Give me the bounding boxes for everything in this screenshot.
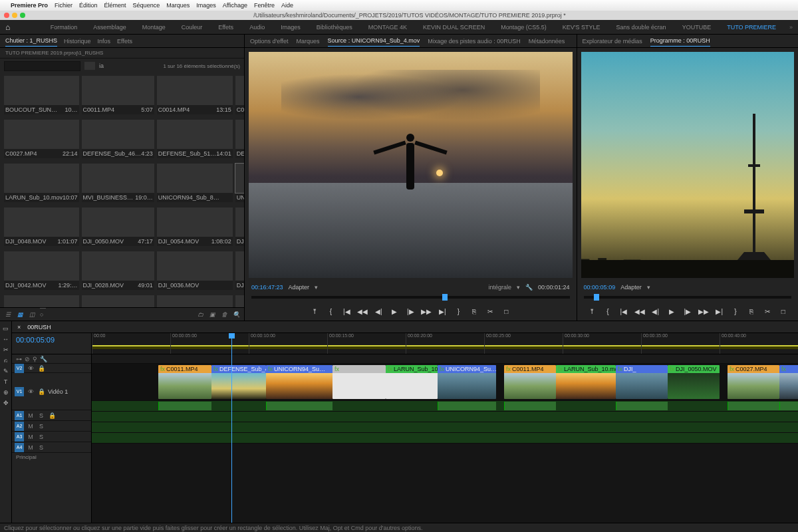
transport-button[interactable]: ◀◀ (635, 307, 644, 316)
transport-button[interactable]: ▶ (667, 307, 676, 316)
transport-button[interactable]: |▶ (406, 307, 415, 316)
mute-icon[interactable]: M (27, 422, 35, 430)
lane-a1[interactable] (92, 401, 798, 412)
timeline-audio-clip[interactable] (504, 402, 556, 410)
tool-button[interactable]: ✥ (3, 400, 9, 406)
timeline-canvas[interactable]: 00:0000:00:05:0000:00:10:0000:00:15:0000… (92, 333, 798, 523)
clip-thumbnail[interactable]: DJI_0125.MOV (82, 295, 154, 307)
clip-thumbnail[interactable]: C0021.MP438:12 (235, 76, 244, 117)
ws-item[interactable]: MONTAGE 4K (366, 23, 410, 32)
menu-markers[interactable]: Marques (166, 2, 190, 9)
timeline-audio-clip[interactable] (266, 402, 332, 410)
track-header-v2[interactable]: V2 👁 🔒 (12, 364, 91, 373)
track-target[interactable]: V2 (15, 364, 24, 373)
menu-file[interactable]: Fichier (55, 2, 72, 9)
link-icon[interactable]: ⊘ (25, 356, 30, 362)
tool-button[interactable]: ▭ (3, 325, 9, 332)
sequence-name[interactable]: 00RUSH (27, 324, 51, 331)
transport-button[interactable]: |▶ (683, 307, 692, 316)
ws-item[interactable]: Montage (140, 23, 168, 32)
transport-button[interactable]: ▶| (715, 307, 724, 316)
transport-button[interactable]: ⎘ (747, 307, 756, 316)
mute-icon[interactable]: M (27, 412, 35, 420)
clip-thumbnail[interactable]: LARUN_Sub_10.mov10:07 (4, 164, 79, 205)
ws-item[interactable]: KEV'S STYLE (560, 23, 603, 32)
chevron-down-icon[interactable]: ▾ (315, 284, 318, 291)
window-minimize-icon[interactable] (12, 13, 17, 18)
timeline-clip[interactable]: fxLARUN_Sub_10.mov (556, 365, 616, 399)
transport-button[interactable]: □ (779, 307, 788, 316)
timeline-clip[interactable]: fxUNICORN94_Su… (438, 365, 496, 399)
clip-thumbnail[interactable]: UNICORN94_Sub_4… (235, 164, 244, 205)
tab-source[interactable]: Source : UNICORN94_Sub_4.mov (328, 35, 420, 47)
clip-thumbnail[interactable]: C0027.MP422:14 (4, 120, 79, 161)
timeline-audio-clip[interactable] (158, 402, 211, 410)
clip-thumbnail[interactable]: DEFENSE_Sub_51…14:01 (157, 120, 233, 161)
clip-thumbnail[interactable]: UNICORN94_Sub_8… (157, 164, 233, 205)
ws-item[interactable]: Bibliothèques (314, 23, 355, 32)
track-target[interactable]: A1 (15, 411, 24, 420)
transport-button[interactable]: ◀| (651, 307, 660, 316)
transport-button[interactable]: □ (501, 307, 511, 316)
clip-thumbnail[interactable]: DJI_0042.MOV1:29:… (4, 251, 79, 293)
transport-button[interactable]: ◀| (374, 307, 383, 316)
transport-button[interactable]: ▶▶ (422, 307, 431, 316)
snap-icon[interactable]: ⊶ (16, 356, 22, 362)
window-maximize-icon[interactable] (20, 13, 25, 18)
home-icon[interactable]: ⌂ (5, 23, 10, 32)
mute-icon[interactable]: M (27, 433, 35, 441)
track-header-a2[interactable]: A2 M S (12, 421, 91, 432)
transport-button[interactable]: ✂ (485, 307, 495, 316)
ws-item[interactable]: Sans double écran (614, 23, 669, 32)
timeline-clip[interactable]: fx (779, 365, 798, 399)
window-close-icon[interactable] (4, 13, 9, 18)
tool-button[interactable]: ✎ (3, 368, 9, 374)
app-name[interactable]: Premiere Pro (11, 2, 48, 9)
tool-button[interactable]: ✂ (3, 346, 9, 353)
menu-help[interactable]: Aide (281, 2, 293, 9)
wrench-icon[interactable]: 🔧 (525, 284, 533, 291)
lane-a4[interactable] (92, 433, 798, 444)
ws-item-active[interactable]: TUTO PREMIERE (724, 23, 779, 32)
search-input[interactable] (4, 61, 80, 71)
timeline-clip[interactable]: fxC0027.MP4 (728, 365, 779, 399)
list-view-icon[interactable]: ☰ (4, 311, 12, 319)
clip-thumbnail[interactable]: DJI_0048.MOV1:01:07 (4, 207, 79, 249)
lane-a3[interactable] (92, 422, 798, 433)
menu-sequence[interactable]: Séquence (133, 2, 160, 9)
mute-icon[interactable]: M (27, 444, 35, 452)
program-fit[interactable]: Adapter (620, 284, 642, 291)
transport-button[interactable]: { (326, 307, 335, 316)
ws-item[interactable]: Images (278, 23, 303, 32)
lock-icon[interactable]: 🔒 (37, 388, 45, 396)
clip-thumbnail[interactable]: DJI_0044.MOV (235, 251, 244, 293)
transport-button[interactable]: ⤒ (310, 307, 319, 316)
transport-button[interactable]: ⎘ (469, 307, 479, 316)
menu-clip[interactable]: Élément (104, 2, 126, 9)
clip-thumbnail[interactable]: DJI_0126.MOV (157, 295, 233, 307)
overflow-icon[interactable]: » (789, 24, 793, 31)
source-scrub[interactable] (245, 293, 577, 302)
tab-audio-mixer[interactable]: Mixage des pistes audio : 00RUSH (428, 36, 521, 47)
tab-bin[interactable]: Chutier : 1_RUSHS (5, 35, 57, 47)
tool-button[interactable]: ⎌ (4, 357, 7, 364)
clip-thumbnail[interactable]: DJI_0050.MOV47:17 (82, 207, 154, 249)
ws-item[interactable]: Audio (247, 23, 267, 32)
transport-button[interactable]: ◀◀ (358, 307, 367, 316)
lane-a2[interactable] (92, 412, 798, 422)
new-item-icon[interactable]: ▣ (208, 311, 216, 319)
clip-thumbnail[interactable]: MVI_BUSINESS…19:0… (82, 164, 154, 205)
program-viewer[interactable] (581, 52, 794, 278)
source-timecode[interactable]: 00:16:47:23 (251, 284, 283, 291)
transport-button[interactable]: } (454, 307, 463, 316)
lock-icon[interactable]: 🔒 (37, 364, 45, 372)
ws-item[interactable]: Montage (CS5.5) (498, 23, 549, 32)
lane-v1[interactable]: fxC0011.MP4fxDEFENSE_Sub_46…fxUNICORN94_… (92, 364, 798, 401)
clip-thumbnail[interactable]: C0014.MP413:15 (157, 76, 233, 117)
source-viewer[interactable] (249, 52, 573, 278)
clip-thumbnail[interactable]: DJI_0054.MOV1:08:02 (157, 207, 233, 249)
transport-button[interactable]: ▶ (390, 307, 399, 316)
track-header-a3[interactable]: A3 M S (12, 432, 91, 442)
tab-effects[interactable]: Effets (117, 36, 132, 47)
ws-item[interactable]: Formation (48, 23, 80, 32)
